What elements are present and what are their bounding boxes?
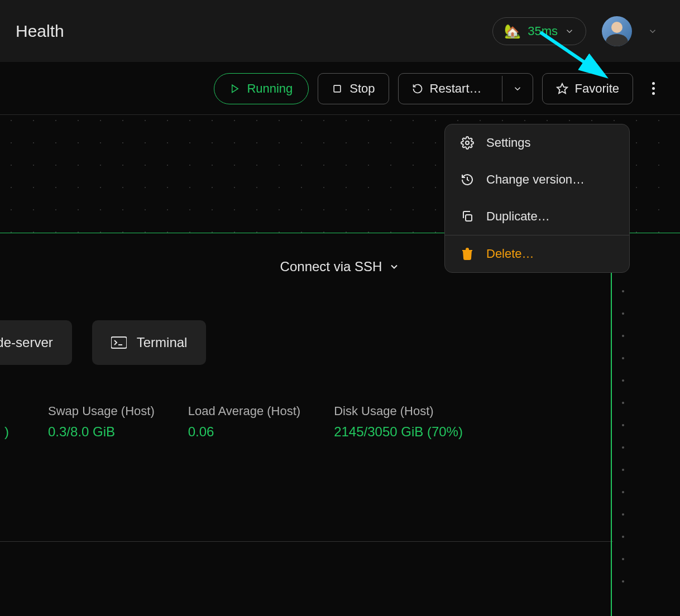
- divider: [0, 541, 613, 542]
- tile-code-server[interactable]: ode-server: [0, 320, 72, 365]
- svg-marker-2: [557, 83, 567, 93]
- tile-terminal[interactable]: Terminal: [92, 320, 207, 365]
- favorite-label: Favorite: [575, 81, 619, 96]
- history-icon: [461, 173, 474, 186]
- copy-icon: [461, 210, 474, 223]
- restart-icon: [412, 83, 423, 94]
- stop-button[interactable]: Stop: [318, 73, 389, 104]
- restart-dropdown-caret[interactable]: [502, 76, 533, 102]
- stop-label: Stop: [349, 81, 375, 96]
- chevron-down-icon[interactable]: [648, 26, 658, 36]
- metric-value: ): [0, 424, 9, 440]
- menu-item-label: Delete…: [486, 247, 534, 261]
- menu-item-label: Duplicate…: [486, 209, 550, 224]
- menu-item-change-version[interactable]: Change version…: [445, 161, 629, 198]
- restart-button[interactable]: Restart…: [398, 73, 533, 104]
- metric-value-swap: 0.3/8.0 GiB: [48, 424, 155, 440]
- metric-value-load: 0.06: [188, 424, 300, 440]
- metric-label: [0, 404, 9, 418]
- latency-value: 35ms: [528, 24, 558, 38]
- play-icon: [230, 84, 240, 94]
- stop-icon: [332, 83, 343, 94]
- tile-label: ode-server: [0, 335, 53, 350]
- menu-item-settings[interactable]: Settings: [445, 124, 629, 161]
- more-menu-button[interactable]: [642, 78, 664, 100]
- svg-rect-1: [334, 85, 341, 92]
- svg-marker-0: [232, 85, 238, 93]
- page-title: Health: [16, 22, 64, 41]
- favorite-button[interactable]: Favorite: [542, 73, 633, 104]
- status-label: Running: [247, 81, 293, 96]
- terminal-icon: [111, 336, 127, 349]
- tick-marks: [622, 246, 624, 583]
- chevron-down-icon: [389, 261, 400, 272]
- avatar[interactable]: [602, 16, 632, 46]
- vertical-rule: [611, 234, 612, 616]
- vertical-dots-icon: [652, 82, 655, 95]
- status-running-pill[interactable]: Running: [214, 73, 309, 104]
- chevron-down-icon: [564, 26, 574, 36]
- svg-point-5: [466, 141, 469, 145]
- metric-label-load: Load Average (Host): [188, 404, 300, 418]
- restart-label: Restart…: [430, 81, 482, 96]
- metric-value-disk: 2145/3050 GiB (70%): [334, 424, 463, 440]
- tile-label: Terminal: [137, 335, 188, 350]
- metric-label-swap: Swap Usage (Host): [48, 404, 155, 418]
- gear-icon: [461, 136, 474, 150]
- star-icon: [556, 83, 568, 95]
- actions-dropdown: Settings Change version… Duplicate… Dele…: [444, 124, 630, 273]
- trash-icon: [461, 247, 474, 261]
- svg-rect-6: [466, 215, 472, 221]
- svg-rect-7: [111, 337, 127, 348]
- home-emoji-icon: 🏡: [504, 23, 521, 39]
- metric-label-disk: Disk Usage (Host): [334, 404, 463, 418]
- menu-item-label: Settings: [486, 136, 531, 150]
- menu-item-label: Change version…: [486, 172, 585, 187]
- menu-item-duplicate[interactable]: Duplicate…: [445, 198, 629, 235]
- menu-item-delete[interactable]: Delete…: [445, 235, 629, 272]
- latency-pill[interactable]: 🏡 35ms: [492, 17, 586, 45]
- connect-ssh-button[interactable]: Connect via SSH: [280, 259, 382, 275]
